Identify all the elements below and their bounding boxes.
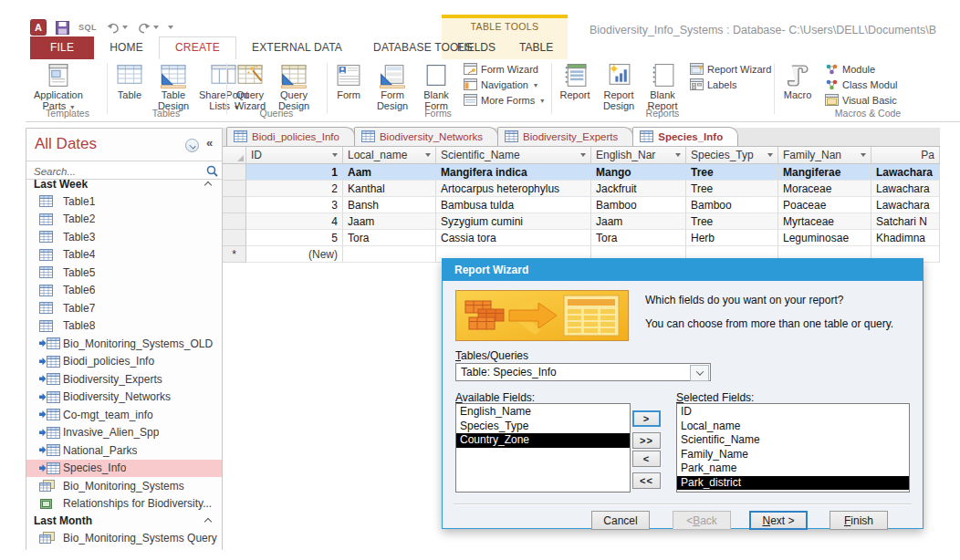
nav-item-biodiversity-networks[interactable]: Biodiversity_Networks <box>26 389 222 407</box>
nav-item-table4[interactable]: Table4 <box>26 246 222 264</box>
nav-item-biodi-policies-info[interactable]: Biodi_policies_Info <box>26 353 222 371</box>
table-cell[interactable]: Tree <box>686 164 778 181</box>
query-design-button[interactable]: QueryDesign <box>272 61 316 112</box>
ribbon-tab-database-tools[interactable]: DATABASE TOOLS <box>358 36 488 59</box>
sort-dropdown-icon[interactable] <box>675 153 681 157</box>
table-cell[interactable]: Moraceae <box>778 181 871 197</box>
table-cell[interactable]: 4 <box>246 213 343 230</box>
nav-item-biodi-policies-info-query[interactable]: Biodi_policies_Info Query <box>26 547 222 551</box>
nav-item-species-info[interactable]: Species_Info <box>26 460 222 478</box>
table-cell[interactable]: Bamboo <box>591 197 686 213</box>
field-item-species_type[interactable]: Species_Type <box>456 420 630 434</box>
report-button[interactable]: Report <box>553 61 597 101</box>
nav-item-bio-monitoring-systems-old[interactable]: Bio_Monitoring_Systems_OLD <box>26 335 222 353</box>
table-cell[interactable]: 1 <box>246 164 343 181</box>
query-wizard-button[interactable]: QueryWizard <box>228 61 272 112</box>
nav-menu-dropdown-icon[interactable] <box>185 139 199 152</box>
undo-dropdown-icon[interactable] <box>122 26 128 29</box>
nav-item-table8[interactable]: Table8 <box>26 317 222 336</box>
table-cell[interactable]: Mangiferae <box>778 164 871 181</box>
field-item-country_zone[interactable]: Country_Zone <box>456 433 630 448</box>
labels-button[interactable]: Labels <box>690 78 771 91</box>
field-item-id[interactable]: ID <box>677 405 909 420</box>
row-selector[interactable] <box>223 197 246 213</box>
class-modul-button[interactable]: Class Modul <box>825 78 898 91</box>
field-item-park_district[interactable]: Park_district <box>677 476 909 491</box>
module-button[interactable]: Module <box>825 63 898 76</box>
move-field-button-remove[interactable]: < <box>632 451 661 467</box>
nav-item-bio-monitoring-systems[interactable]: Bio_Monitoring_Systems <box>26 477 222 495</box>
undo-button[interactable] <box>106 22 128 34</box>
nav-collapse-icon[interactable]: « <box>206 136 213 150</box>
navigation-button[interactable]: Navigation▾ <box>464 78 544 91</box>
sort-dropdown-icon[interactable] <box>580 153 586 157</box>
new-record-selector[interactable]: * <box>223 246 246 263</box>
ribbon-tab-create[interactable]: CREATE <box>159 36 236 59</box>
nav-item-table7[interactable]: Table7 <box>26 299 222 317</box>
sql-view-button[interactable]: SQL <box>78 23 97 32</box>
table-cell[interactable]: Tora <box>343 230 436 246</box>
chevron-up-icon[interactable] <box>204 181 212 189</box>
table-cell[interactable]: Herb <box>686 230 778 246</box>
column-header-scientific_name[interactable]: Scientific_Name <box>436 147 591 164</box>
field-item-scientific_name[interactable]: Scientific_Name <box>677 433 909 448</box>
table-cell[interactable]: Tree <box>686 181 778 197</box>
redo-dropdown-icon[interactable] <box>153 26 159 29</box>
field-item-park_name[interactable]: Park_name <box>677 461 909 476</box>
blank-report-button[interactable]: BlankReport <box>641 61 684 112</box>
field-item-family_name[interactable]: Family_Name <box>677 448 909 462</box>
table-cell[interactable]: 3 <box>246 197 343 213</box>
table-cell[interactable]: (New) <box>246 246 343 263</box>
table-cell[interactable]: Leguminosae <box>778 230 871 246</box>
row-selector[interactable] <box>223 164 246 181</box>
table-cell[interactable]: Khadimna <box>871 230 940 246</box>
table-cell[interactable]: Cassia tora <box>436 230 591 246</box>
nav-item-bio-monitoring-systems-query[interactable]: Bio_Monitoring_Systems Query <box>26 529 222 547</box>
contextual-tab-table[interactable]: TABLE <box>507 36 565 59</box>
nav-item-invasive-alien-spp[interactable]: Invasive_Alien_Spp <box>26 424 222 442</box>
document-tab-biodiversity_experts[interactable]: Biodiversity_Experts <box>497 127 633 146</box>
table-cell[interactable]: Tree <box>686 213 778 230</box>
table-cell[interactable]: Jaam <box>591 213 686 230</box>
available-fields-list[interactable]: English_NameSpecies_TypeCountry_Zone <box>455 403 631 493</box>
nav-item-national-parks[interactable]: National_Parks <box>26 441 222 460</box>
more-forms-button[interactable]: More Forms▾ <box>464 94 544 107</box>
field-item-local_name[interactable]: Local_name <box>677 420 909 434</box>
field-item-english_name[interactable]: English_Name <box>456 405 630 420</box>
report-design-button[interactable]: ReportDesign <box>597 61 641 112</box>
finish-button[interactable]: Finish <box>830 511 888 530</box>
nav-pane-title[interactable]: All Dates <box>35 135 97 153</box>
table-cell[interactable]: Myrtaceae <box>778 213 871 230</box>
next-button[interactable]: Next > <box>749 511 808 530</box>
move-field-button-add-all[interactable]: >> <box>632 432 661 449</box>
nav-item-table2[interactable]: Table2 <box>26 211 222 229</box>
blank-form-button[interactable]: BlankForm <box>414 61 458 112</box>
customize-qat-button[interactable] <box>168 26 173 29</box>
column-header-english_nar[interactable]: English_Nar <box>591 147 686 164</box>
form-wizard-button[interactable]: Form Wizard <box>464 63 544 76</box>
nav-section-header[interactable]: Last Month <box>26 513 222 529</box>
table-cell[interactable]: Lawachara <box>871 197 940 213</box>
table-cell[interactable]: Lawachara <box>871 181 940 197</box>
column-header-species_typ[interactable]: Species_Typ <box>686 147 778 164</box>
document-tab-biodiversity_networks[interactable]: Biodiversity_Networks <box>354 127 498 146</box>
sort-dropdown-icon[interactable] <box>332 153 338 157</box>
move-field-button-remove-all[interactable]: << <box>632 472 661 489</box>
table-cell[interactable]: Bansh <box>343 197 436 213</box>
table-cell[interactable]: 5 <box>246 230 343 246</box>
column-header-pa[interactable]: Pa <box>871 147 940 164</box>
save-button[interactable] <box>56 21 69 35</box>
table-cell[interactable] <box>343 246 436 263</box>
nav-item-table1[interactable]: Table1 <box>26 192 222 211</box>
nav-item-biodiversity-experts[interactable]: Biodiversity_Experts <box>26 370 222 389</box>
table-cell[interactable]: Artocarpus heterophylus <box>436 181 591 197</box>
table-cell[interactable]: Satchari N <box>871 213 940 230</box>
ribbon-tab-external-data[interactable]: EXTERNAL DATA <box>236 36 358 59</box>
dialog-title[interactable]: Report Wizard <box>443 259 923 281</box>
nav-item-table6[interactable]: Table6 <box>26 282 222 300</box>
row-selector[interactable] <box>223 181 246 197</box>
report-wizard-button[interactable]: Report Wizard <box>690 63 771 76</box>
table-cell[interactable]: Bamboo <box>686 197 778 213</box>
table-cell[interactable]: Jackfruit <box>591 181 686 197</box>
chevron-up-icon[interactable] <box>204 518 212 525</box>
